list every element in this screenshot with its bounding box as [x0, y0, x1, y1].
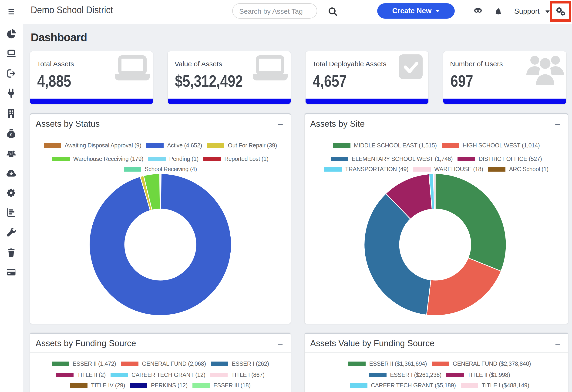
svg-text:$: $: [10, 133, 12, 137]
